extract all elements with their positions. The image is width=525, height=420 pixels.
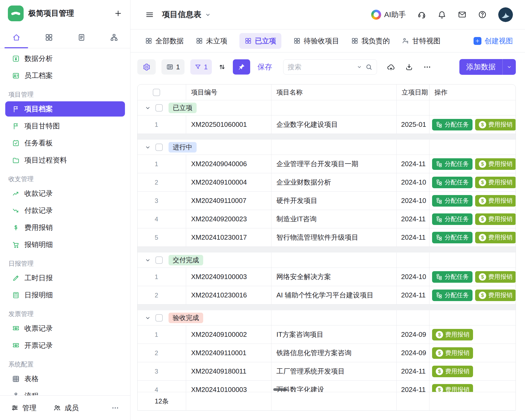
start-date-cell[interactable]: 2024-11 [397, 155, 429, 173]
sidebar-item[interactable]: 费用报销 [5, 220, 125, 235]
column-header-date[interactable]: 立项日期 [397, 85, 429, 100]
group-checkbox[interactable] [155, 104, 163, 112]
sidebar-item[interactable]: 日报明细 [5, 287, 125, 303]
row-index-cell[interactable]: 1 [138, 268, 186, 286]
project-code-cell[interactable]: XM202410100003 [186, 381, 271, 392]
assign-task-button[interactable]: 分配任务 [432, 213, 472, 225]
row-index-cell[interactable]: 1 [138, 326, 186, 344]
field-config-button[interactable]: 1 [161, 59, 185, 75]
title-chevron-icon[interactable] [204, 11, 211, 18]
row-index-cell[interactable]: 5 [138, 228, 186, 246]
view-tab[interactable]: 待验收项目 [293, 36, 339, 46]
row-index-cell[interactable]: 4 [138, 381, 186, 392]
sidebar-item[interactable]: 开票记录 [5, 338, 125, 353]
start-date-cell[interactable]: 2024-11 [397, 362, 429, 380]
start-date-cell[interactable]: 2024-11 [397, 210, 429, 228]
project-code-cell[interactable]: XM202409200023 [186, 210, 271, 228]
project-code-cell[interactable]: XM202409100004 [186, 173, 271, 191]
sidebar-item[interactable]: 数据分析 [5, 51, 125, 66]
row-index-cell[interactable]: 2 [138, 344, 186, 362]
start-date-cell[interactable]: 2024-10 [397, 173, 429, 191]
sidebar-item[interactable]: 表格 [5, 371, 125, 386]
expense-report-button[interactable]: $费用报销 [475, 195, 516, 207]
sidebar-item[interactable]: 流程 [5, 388, 125, 395]
project-name-cell[interactable]: AI 辅助个性化学习平台建设项目 [271, 286, 397, 304]
horizontal-scrollbar-thumb[interactable] [273, 388, 287, 391]
row-index-cell[interactable]: 3 [138, 362, 186, 380]
row-index-cell[interactable]: 2 [138, 173, 186, 191]
sidebar-item[interactable]: 项目档案 [5, 101, 125, 117]
sort-button[interactable] [216, 59, 229, 75]
start-date-cell[interactable]: 2024-10 [397, 192, 429, 210]
sidebar-tab-flow[interactable] [98, 27, 130, 48]
row-index-cell[interactable]: 3 [138, 192, 186, 210]
column-header-actions[interactable]: 操作 [429, 85, 516, 100]
project-name-cell[interactable]: 网络安全解决方案 [271, 268, 397, 286]
create-view-button[interactable]: 创建视图 [474, 36, 513, 46]
add-data-button[interactable]: 添加数据 [459, 59, 516, 75]
start-date-cell[interactable]: 2024-11 [397, 381, 429, 392]
inbox-mail-button[interactable] [458, 10, 466, 19]
import-upload-button[interactable] [387, 63, 395, 71]
save-button[interactable]: 保存 [258, 62, 272, 72]
sidebar-item[interactable]: 收款记录 [5, 186, 125, 201]
column-header-code[interactable]: 项目编号 [186, 85, 271, 100]
expense-report-button[interactable]: $费用报销 [432, 384, 473, 392]
search-input[interactable] [288, 63, 353, 71]
sidebar-item[interactable]: 项目甘特图 [5, 118, 125, 134]
group-collapse-chevron[interactable] [144, 314, 151, 321]
sidebar-more-button[interactable] [111, 404, 119, 412]
project-name-cell[interactable]: 铁路信息化管理方案咨询 [271, 344, 397, 362]
start-date-cell[interactable]: 2025-01 [397, 116, 429, 134]
project-name-cell[interactable]: 智行物流管理软件升级项目 [271, 228, 397, 246]
assign-task-button[interactable]: 分配任务 [432, 195, 472, 207]
assign-task-button[interactable]: 分配任务 [432, 177, 472, 188]
assign-task-button[interactable]: 分配任务 [432, 271, 472, 283]
filter-button[interactable]: 1 [190, 59, 212, 75]
group-collapse-chevron[interactable] [144, 144, 151, 151]
project-name-cell[interactable]: IT方案咨询项目 [271, 326, 397, 344]
assign-task-button[interactable]: 分配任务 [432, 158, 472, 170]
row-index-cell[interactable]: 2 [138, 286, 186, 304]
project-name-cell[interactable]: 制造业IT咨询 [271, 210, 397, 228]
expense-report-button[interactable]: $费用报销 [475, 290, 516, 301]
start-date-cell[interactable]: 2024-11 [397, 228, 429, 246]
project-code-cell[interactable]: XM202409110001 [186, 344, 271, 362]
expense-report-button[interactable]: $费用报销 [475, 213, 516, 225]
support-headset-button[interactable] [417, 10, 426, 19]
project-code-cell[interactable]: XM202410230017 [186, 228, 271, 246]
sidebar-tab-home[interactable] [0, 27, 33, 48]
project-code-cell[interactable]: XM202410230016 [186, 286, 271, 304]
column-header-name[interactable]: 项目名称 [271, 85, 397, 100]
sidebar-item[interactable]: 项目过程资料 [5, 153, 125, 168]
group-collapse-chevron[interactable] [144, 257, 151, 264]
start-date-cell[interactable]: 2024-10 [397, 268, 429, 286]
group-checkbox[interactable] [155, 144, 163, 151]
assign-task-button[interactable]: 分配任务 [432, 290, 472, 301]
project-code-cell[interactable]: XM202409180011 [186, 362, 271, 380]
select-all-checkbox[interactable] [153, 89, 160, 96]
export-download-button[interactable] [405, 63, 413, 71]
expense-report-button[interactable]: $费用报销 [432, 347, 473, 359]
start-date-cell[interactable]: 2024-09 [397, 344, 429, 362]
notifications-bell-button[interactable] [438, 10, 446, 19]
sidebar-item[interactable]: 工时日报 [5, 270, 125, 286]
members-button[interactable]: 成员 [53, 403, 79, 413]
view-tab[interactable]: 全部数据 [145, 36, 184, 46]
expense-report-button[interactable]: $费用报销 [475, 119, 516, 130]
project-code-cell[interactable]: XM202409110007 [186, 192, 271, 210]
project-name-cell[interactable]: 企业数字化建设项目 [271, 116, 397, 134]
manage-button[interactable]: 管理 [11, 403, 36, 413]
toolbar-more-button[interactable] [423, 63, 431, 71]
project-name-cell[interactable]: 企业业财数据分析 [271, 173, 397, 191]
project-code-cell[interactable]: XM202501060001 [186, 116, 271, 134]
sidebar-tab-doc[interactable] [65, 27, 98, 48]
user-avatar[interactable] [498, 7, 513, 22]
row-index-cell[interactable]: 1 [138, 155, 186, 173]
group-checkbox[interactable] [155, 314, 163, 322]
expense-report-button[interactable]: $费用报销 [432, 366, 473, 377]
view-tab[interactable]: 已立项 [239, 33, 281, 49]
pin-button[interactable] [233, 59, 250, 75]
sidebar-item[interactable]: 收票记录 [5, 321, 125, 336]
assign-task-button[interactable]: 分配任务 [432, 232, 472, 243]
